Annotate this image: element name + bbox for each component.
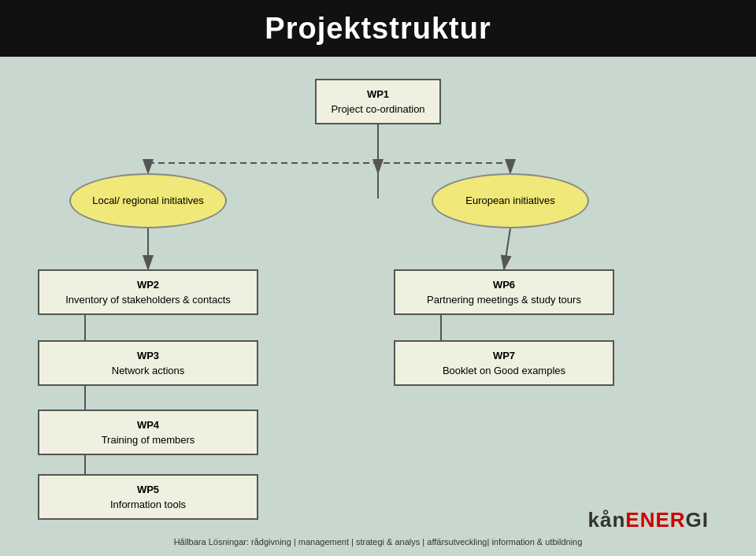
wp3-box: WP3 Network actions — [38, 340, 258, 386]
wp7-desc: Booklet on Good examples — [443, 363, 565, 379]
oval-local-label: Local/ regional initiatives — [92, 194, 204, 208]
svg-line-11 — [504, 228, 510, 269]
wp3-label: WP3 — [137, 348, 159, 364]
wp5-desc: Information tools — [110, 497, 186, 513]
wp4-label: WP4 — [137, 417, 159, 433]
wp2-label: WP2 — [137, 277, 159, 293]
wp1-desc: Project co-ordination — [331, 102, 424, 117]
wp2-box: WP2 Inventory of stakeholders & contacts — [38, 269, 258, 315]
oval-european: European initiatives — [432, 173, 589, 228]
header: Projektstruktur — [0, 0, 756, 57]
wp7-box: WP7 Booklet on Good examples — [394, 340, 614, 386]
wp1-label: WP1 — [367, 87, 389, 102]
logo: kånENERGI — [587, 508, 709, 532]
wp6-desc: Partnering meetings & study tours — [427, 292, 581, 308]
page-title: Projektstruktur — [265, 12, 491, 46]
wp7-label: WP7 — [493, 348, 515, 364]
wp4-box: WP4 Training of members — [38, 410, 258, 455]
wp4-desc: Training of members — [102, 432, 195, 448]
oval-local: Local/ regional initiatives — [69, 173, 227, 228]
logo-area: kånENERGI — [587, 508, 709, 532]
wp1-box: WP1 Project co-ordination — [315, 79, 441, 124]
wp2-desc: Inventory of stakeholders & contacts — [65, 292, 231, 308]
wp6-label: WP6 — [493, 277, 515, 293]
wp5-box: WP5 Information tools — [38, 474, 258, 520]
logo-part1: k — [587, 508, 599, 532]
wp6-box: WP6 Partnering meetings & study tours — [394, 269, 614, 315]
wp5-label: WP5 — [137, 482, 159, 498]
footer: Hållbara Lösningar: rådgivning | managem… — [0, 534, 756, 548]
oval-european-label: European initiatives — [465, 194, 554, 208]
footer-text: Hållbara Lösningar: rådgivning | managem… — [174, 537, 583, 547]
wp3-desc: Network actions — [112, 363, 184, 379]
main-content: WP1 Project co-ordination Local/ regiona… — [0, 57, 756, 556]
